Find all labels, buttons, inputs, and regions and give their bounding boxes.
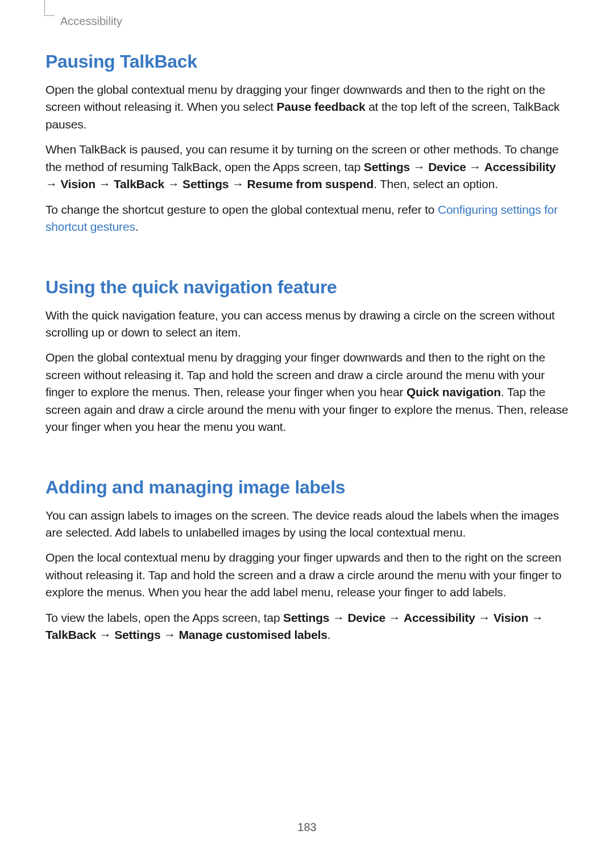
bold-settings2: Settings bbox=[182, 177, 229, 190]
heading-pausing-talkback: Pausing TalkBack bbox=[45, 51, 569, 72]
bold-device: Device bbox=[428, 160, 466, 173]
bold-manage-labels: Manage customised labels bbox=[179, 628, 327, 641]
bold-device-b: Device bbox=[347, 611, 385, 624]
arrow: → bbox=[475, 611, 493, 624]
heading-quick-navigation: Using the quick navigation feature bbox=[45, 277, 569, 298]
text: . Then, select an option. bbox=[374, 177, 498, 190]
page-content: Pausing TalkBack Open the global context… bbox=[45, 51, 569, 652]
arrow: → bbox=[385, 611, 404, 624]
para-labels-1: You can assign labels to images on the s… bbox=[45, 507, 569, 542]
arrow: → bbox=[528, 611, 543, 624]
bold-settings-b: Settings bbox=[283, 611, 329, 624]
header-section-label: Accessibility bbox=[60, 15, 122, 28]
heading-image-labels: Adding and managing image labels bbox=[45, 477, 569, 498]
arrow: → bbox=[329, 611, 347, 624]
bold-talkback: TalkBack bbox=[114, 177, 164, 190]
arrow: → bbox=[164, 177, 182, 190]
text: To change the shortcut gesture to open t… bbox=[45, 203, 438, 216]
bold-settings-c: Settings bbox=[114, 628, 160, 641]
para-pause-2: When TalkBack is paused, you can resume … bbox=[45, 141, 569, 193]
arrow: → bbox=[96, 628, 114, 641]
para-pause-3: To change the shortcut gesture to open t… bbox=[45, 201, 569, 236]
page-number: 183 bbox=[0, 821, 614, 834]
bold-quick-navigation: Quick navigation bbox=[406, 385, 501, 398]
para-quicknav-2: Open the global contextual menu by dragg… bbox=[45, 349, 569, 435]
arrow: → bbox=[45, 177, 60, 190]
bold-vision: Vision bbox=[60, 177, 95, 190]
arrow: → bbox=[96, 177, 114, 190]
bold-accessibility-b: Accessibility bbox=[404, 611, 475, 624]
arrow: → bbox=[410, 160, 428, 173]
bold-settings: Settings bbox=[364, 160, 410, 173]
bold-resume: Resume from suspend bbox=[247, 177, 374, 190]
para-labels-2: Open the local contextual menu by draggi… bbox=[45, 549, 569, 601]
arrow: → bbox=[160, 628, 179, 641]
arrow: → bbox=[229, 177, 247, 190]
bold-accessibility: Accessibility bbox=[484, 160, 556, 173]
bold-vision-b: Vision bbox=[493, 611, 528, 624]
text: . bbox=[135, 220, 139, 233]
bold-pause-feedback: Pause feedback bbox=[277, 100, 366, 113]
text: . bbox=[327, 628, 331, 641]
para-quicknav-1: With the quick navigation feature, you c… bbox=[45, 307, 569, 342]
text: To view the labels, open the Apps screen… bbox=[45, 611, 283, 624]
header-marker bbox=[44, 0, 55, 16]
para-labels-3: To view the labels, open the Apps screen… bbox=[45, 609, 569, 644]
bold-talkback-b: TalkBack bbox=[45, 628, 96, 641]
para-pause-1: Open the global contextual menu by dragg… bbox=[45, 81, 569, 133]
arrow: → bbox=[466, 160, 484, 173]
